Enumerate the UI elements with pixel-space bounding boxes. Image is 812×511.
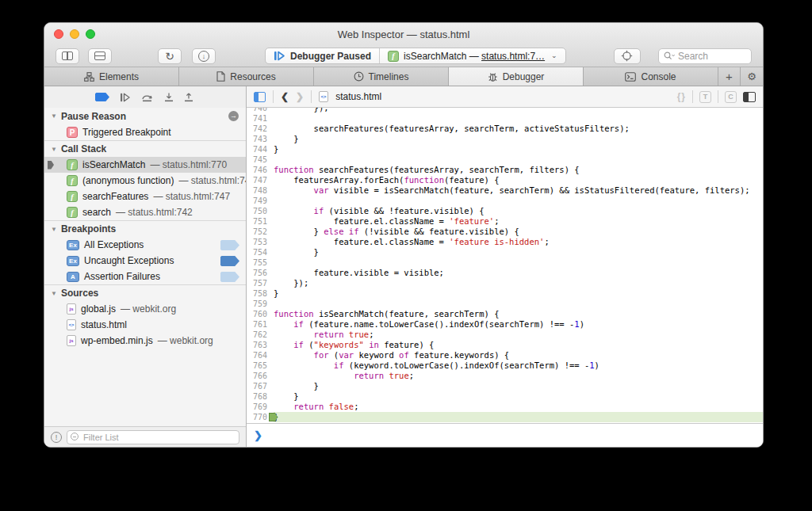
line-number[interactable]: 746 — [247, 165, 274, 175]
breakpoint-item[interactable]: AAssertion Failures — [44, 269, 246, 284]
settings-tab-button[interactable]: ⚙ — [741, 67, 763, 86]
forward-button[interactable]: ❯ — [296, 91, 304, 102]
line-number[interactable]: 771 — [247, 422, 274, 423]
call-stack-item[interactable]: f(anonymous function) — status.html:748 — [44, 173, 246, 189]
tab-resources[interactable]: Resources — [179, 67, 314, 86]
code-line-text: } — [274, 381, 763, 391]
step-out-button[interactable] — [184, 93, 193, 102]
line-number[interactable]: 755 — [247, 257, 274, 268]
code-editor[interactable]: 740 });741742 searchFeatures(featuresArr… — [247, 108, 763, 423]
line-number[interactable]: 765 — [247, 360, 274, 371]
filter-list-input[interactable] — [67, 430, 239, 444]
line-number[interactable]: 754 — [247, 247, 274, 257]
dock-bottom-button[interactable] — [88, 48, 112, 64]
line-number[interactable]: 745 — [247, 154, 274, 165]
pause-reason-item[interactable]: P Triggered Breakpoint — [44, 124, 246, 140]
download-web-archive-button[interactable]: ↓ — [192, 48, 216, 64]
line-number[interactable]: 769 — [247, 402, 274, 412]
line-number[interactable]: 753 — [247, 237, 274, 247]
tab-elements[interactable]: Elements — [44, 67, 179, 86]
zoom-window-button[interactable] — [86, 29, 95, 39]
dock-side-button[interactable] — [56, 48, 79, 64]
line-number[interactable]: 768 — [247, 391, 274, 402]
title-bar[interactable]: Web Inspector — status.html — [44, 23, 763, 45]
line-number[interactable]: 762 — [247, 330, 274, 340]
current-frame-pointer-icon — [48, 161, 54, 170]
line-number[interactable]: 767 — [247, 381, 274, 391]
line-number[interactable]: 761 — [247, 319, 274, 330]
line-number[interactable]: 743 — [247, 134, 274, 144]
new-tab-button[interactable]: + — [718, 67, 741, 86]
line-number[interactable]: 763 — [247, 340, 274, 350]
pause-reason-section-header[interactable]: ▼ Pause Reason → — [44, 108, 246, 124]
step-into-button[interactable] — [164, 93, 174, 102]
console-prompt-icon: ❯ — [254, 429, 262, 441]
line-number[interactable]: 749 — [247, 196, 274, 206]
paused-function-dropdown[interactable]: f isSearchMatch — status.html:7… ⌄ — [379, 48, 565, 63]
line-number[interactable]: 766 — [247, 371, 274, 381]
goto-breakpoint-icon[interactable]: → — [228, 111, 239, 121]
call-stack-section-header[interactable]: ▼ Call Stack — [44, 140, 246, 157]
line-number[interactable]: 764 — [247, 350, 274, 360]
issues-toggle-icon[interactable]: ! — [51, 432, 62, 443]
pretty-print-button[interactable]: {} — [677, 91, 686, 102]
debugger-paused-button[interactable]: Debugger Paused — [266, 48, 379, 63]
line-number[interactable]: 759 — [247, 299, 274, 309]
line-number[interactable]: 742 — [247, 124, 274, 134]
call-stack-function-name: (anonymous function) — [82, 175, 174, 186]
breakpoint-item[interactable]: ExAll Exceptions — [44, 237, 246, 253]
call-stack-function-name: search — [82, 207, 111, 218]
back-button[interactable]: ❮ — [281, 91, 289, 102]
code-line: 771 — [247, 422, 763, 423]
inspect-element-button[interactable] — [614, 48, 641, 64]
line-number[interactable]: 748 — [247, 185, 274, 196]
search-field[interactable]: Search — [658, 48, 752, 64]
breakpoint-item[interactable]: ExUncaught Exceptions — [44, 253, 246, 269]
tab-console[interactable]: Console — [584, 67, 718, 86]
line-number[interactable]: 760 — [247, 309, 274, 319]
sidebar-toggle-icon[interactable] — [254, 92, 266, 102]
line-number[interactable]: 770 — [247, 412, 274, 422]
line-number[interactable]: 756 — [247, 268, 274, 278]
function-badge-icon: f — [67, 159, 78, 170]
breakpoints-enabled-toggle-icon[interactable] — [95, 93, 109, 101]
quick-console[interactable]: ❯ — [247, 423, 763, 447]
line-number[interactable]: 740 — [247, 108, 274, 113]
line-number[interactable]: 757 — [247, 278, 274, 288]
code-line: 760function isSearchMatch(feature, searc… — [247, 309, 763, 319]
breakpoint-enabled-toggle[interactable] — [220, 256, 239, 266]
close-window-button[interactable] — [54, 29, 63, 39]
line-number[interactable]: 741 — [247, 113, 274, 124]
pause-resume-button[interactable] — [120, 93, 131, 102]
pause-reason-title: Pause Reason — [61, 111, 126, 122]
sources-section-header[interactable]: ▼ Sources — [44, 284, 246, 301]
source-item[interactable]: <>status.html — [44, 317, 246, 333]
line-number[interactable]: 750 — [247, 206, 274, 216]
js-file-icon: js — [67, 335, 76, 346]
console-icon — [625, 72, 636, 82]
reload-page-button[interactable]: ↻ — [158, 48, 182, 64]
tab-debugger[interactable]: Debugger — [449, 67, 584, 86]
call-stack-item[interactable]: fisSearchMatch — status.html:770 — [44, 157, 246, 173]
source-item[interactable]: jswp-embed.min.js — webkit.org — [44, 333, 246, 349]
disclosure-triangle-icon: ▼ — [51, 226, 57, 233]
source-item[interactable]: jsglobal.js — webkit.org — [44, 301, 246, 317]
split-console-icon[interactable] — [743, 92, 756, 102]
line-number[interactable]: 758 — [247, 288, 274, 299]
minimize-window-button[interactable] — [70, 29, 79, 39]
hierarchy-icon — [84, 72, 94, 82]
line-number[interactable]: 747 — [247, 175, 274, 185]
call-stack-item[interactable]: fsearch — status.html:742 — [44, 204, 246, 220]
breakpoints-section-header[interactable]: ▼ Breakpoints — [44, 220, 246, 237]
code-coverage-button[interactable]: C — [725, 91, 737, 103]
line-number[interactable]: 744 — [247, 144, 274, 154]
breakpoint-enabled-toggle[interactable] — [220, 272, 239, 282]
call-stack-item[interactable]: fsearchFeatures — status.html:747 — [44, 189, 246, 204]
step-over-button[interactable] — [141, 93, 154, 102]
tab-timelines[interactable]: Timelines — [314, 67, 449, 86]
line-number[interactable]: 751 — [247, 216, 274, 227]
line-number[interactable]: 752 — [247, 227, 274, 237]
open-file-name: status.html — [335, 91, 381, 102]
type-profiling-button[interactable]: T — [699, 91, 711, 103]
breakpoint-enabled-toggle[interactable] — [220, 240, 239, 250]
